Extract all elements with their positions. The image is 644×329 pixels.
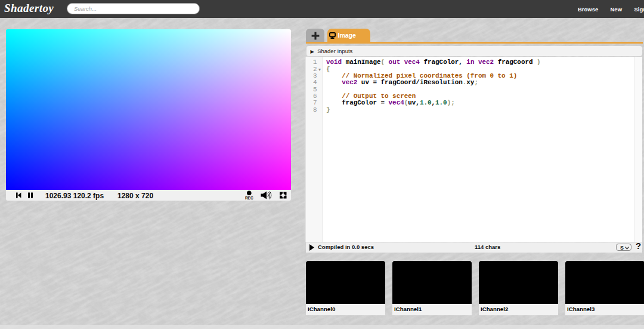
svg-text:REC: REC — [245, 196, 253, 200]
